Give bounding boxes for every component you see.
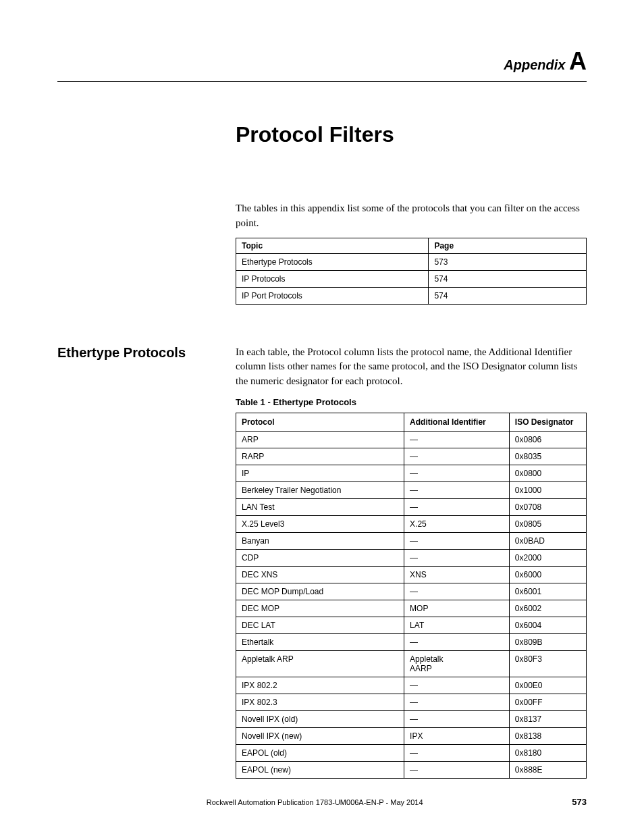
table-cell: DEC MOP Dump/Load bbox=[236, 583, 404, 600]
table-cell: Banyan bbox=[236, 532, 404, 549]
table-cell: — bbox=[404, 761, 510, 778]
table-cell: 0x80F3 bbox=[509, 650, 586, 677]
toc-cell: 574 bbox=[429, 270, 587, 287]
appendix-letter: A bbox=[569, 47, 587, 75]
table-cell: RARP bbox=[236, 448, 404, 465]
toc-row: IP Protocols574 bbox=[236, 270, 587, 287]
table-row: Ethertalk—0x809B bbox=[236, 633, 587, 650]
table-cell: XNS bbox=[404, 566, 510, 583]
table-cell: 0x8035 bbox=[509, 448, 586, 465]
table-cell: 0x0805 bbox=[509, 515, 586, 532]
toc-cell: IP Port Protocols bbox=[236, 287, 429, 304]
table-row: DEC MOP Dump/Load—0x6001 bbox=[236, 583, 587, 600]
table-cell: 0x8138 bbox=[509, 727, 586, 744]
table-cell: ARP bbox=[236, 431, 404, 448]
table-cell: Appletalk AARP bbox=[404, 650, 510, 677]
table-cell: — bbox=[404, 498, 510, 515]
table-cell: 0x00FF bbox=[509, 694, 586, 710]
table-row: EAPOL (old)—0x8180 bbox=[236, 744, 587, 761]
table-cell: X.25 bbox=[404, 515, 510, 532]
appendix-word: Appendix bbox=[504, 57, 565, 72]
table-cell: 0x0806 bbox=[509, 431, 586, 448]
page-title: Protocol Filters bbox=[236, 122, 587, 147]
table-cell: X.25 Level3 bbox=[236, 515, 404, 532]
table-cell: Berkeley Trailer Negotiation bbox=[236, 481, 404, 498]
table-cell: 0x809B bbox=[509, 633, 586, 650]
footer-publication: Rockwell Automation Publication 1783-UM0… bbox=[57, 798, 572, 806]
table-cell: 0x00E0 bbox=[509, 677, 586, 694]
footer-page-number: 573 bbox=[572, 797, 587, 807]
table-cell: MOP bbox=[404, 600, 510, 617]
table-cell: CDP bbox=[236, 549, 404, 566]
table-cell: — bbox=[404, 448, 510, 465]
table-cell: 0x2000 bbox=[509, 549, 586, 566]
table-cell: IPX 802.2 bbox=[236, 677, 404, 694]
toc-row: Ethertype Protocols573 bbox=[236, 253, 587, 270]
table-cell: DEC XNS bbox=[236, 566, 404, 583]
table-cell: LAN Test bbox=[236, 498, 404, 515]
toc-cell: 573 bbox=[429, 253, 587, 270]
table-row: Banyan—0x0BAD bbox=[236, 532, 587, 549]
section-heading: Ethertype Protocols bbox=[57, 345, 222, 361]
table-cell: Novell IPX (old) bbox=[236, 710, 404, 727]
table-cell: LAT bbox=[404, 617, 510, 633]
table-cell: — bbox=[404, 465, 510, 481]
table-cell: 0x8180 bbox=[509, 744, 586, 761]
toc-header-cell: Topic bbox=[236, 238, 429, 253]
toc-cell: IP Protocols bbox=[236, 270, 429, 287]
table-cell: EAPOL (old) bbox=[236, 744, 404, 761]
table-cell: — bbox=[404, 633, 510, 650]
table-row: DEC XNSXNS0x6000 bbox=[236, 566, 587, 583]
table-cell: 0x888E bbox=[509, 761, 586, 778]
table-row: Appletalk ARPAppletalk AARP0x80F3 bbox=[236, 650, 587, 677]
toc-cell: 574 bbox=[429, 287, 587, 304]
table-cell: 0x1000 bbox=[509, 481, 586, 498]
proto-header-cell: ISO Designator bbox=[509, 413, 586, 431]
table-cell: 0x8137 bbox=[509, 710, 586, 727]
table-cell: Appletalk ARP bbox=[236, 650, 404, 677]
table-row: LAN Test—0x0708 bbox=[236, 498, 587, 515]
table-cell: IPX 802.3 bbox=[236, 694, 404, 710]
table-cell: IP bbox=[236, 465, 404, 481]
table-cell: 0x6004 bbox=[509, 617, 586, 633]
table-row: DEC LATLAT0x6004 bbox=[236, 617, 587, 633]
proto-header-cell: Protocol bbox=[236, 413, 404, 431]
table-row: ARP—0x0806 bbox=[236, 431, 587, 448]
table-caption: Table 1 - Ethertype Protocols bbox=[236, 397, 587, 407]
toc-cell: Ethertype Protocols bbox=[236, 253, 429, 270]
table-row: IPX 802.3—0x00FF bbox=[236, 694, 587, 710]
table-cell: — bbox=[404, 583, 510, 600]
table-cell: — bbox=[404, 694, 510, 710]
table-cell: — bbox=[404, 710, 510, 727]
proto-header-cell: Additional Identifier bbox=[404, 413, 510, 431]
table-row: RARP—0x8035 bbox=[236, 448, 587, 465]
table-row: Novell IPX (old)—0x8137 bbox=[236, 710, 587, 727]
table-row: IP—0x0800 bbox=[236, 465, 587, 481]
table-cell: — bbox=[404, 481, 510, 498]
table-cell: Novell IPX (new) bbox=[236, 727, 404, 744]
toc-row: IP Port Protocols574 bbox=[236, 287, 587, 304]
table-cell: — bbox=[404, 549, 510, 566]
table-row: Novell IPX (new)IPX0x8138 bbox=[236, 727, 587, 744]
table-cell: 0x6002 bbox=[509, 600, 586, 617]
table-cell: DEC MOP bbox=[236, 600, 404, 617]
table-cell: Ethertalk bbox=[236, 633, 404, 650]
table-cell: IPX bbox=[404, 727, 510, 744]
table-row: DEC MOPMOP0x6002 bbox=[236, 600, 587, 617]
section-body: In each table, the Protocol column lists… bbox=[236, 345, 587, 389]
table-cell: 0x0800 bbox=[509, 465, 586, 481]
table-row: CDP—0x2000 bbox=[236, 549, 587, 566]
header-rule: Appendix A bbox=[57, 47, 587, 82]
table-cell: — bbox=[404, 431, 510, 448]
table-row: X.25 Level3X.250x0805 bbox=[236, 515, 587, 532]
table-cell: — bbox=[404, 744, 510, 761]
table-cell: — bbox=[404, 677, 510, 694]
table-row: EAPOL (new)—0x888E bbox=[236, 761, 587, 778]
table-cell: — bbox=[404, 532, 510, 549]
intro-paragraph: The tables in this appendix list some of… bbox=[236, 201, 587, 231]
table-cell: DEC LAT bbox=[236, 617, 404, 633]
table-row: IPX 802.2—0x00E0 bbox=[236, 677, 587, 694]
table-cell: 0x6000 bbox=[509, 566, 586, 583]
table-cell: 0x0708 bbox=[509, 498, 586, 515]
toc-table: TopicPage Ethertype Protocols573IP Proto… bbox=[236, 238, 587, 305]
